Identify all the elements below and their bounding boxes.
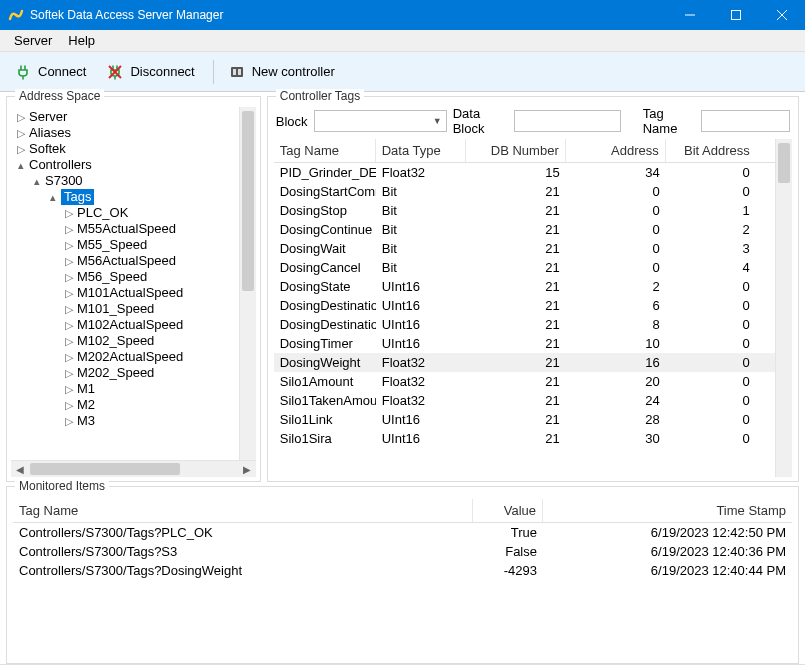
- cell: -4293: [473, 562, 543, 579]
- tree-node[interactable]: ▷M55ActualSpeed: [11, 221, 239, 237]
- collapsed-icon[interactable]: ▷: [63, 365, 75, 381]
- table-row[interactable]: DosingWeightFloat3221160: [274, 353, 775, 372]
- tree-label: M202ActualSpeed: [77, 349, 183, 365]
- table-row[interactable]: DosingDestinatioUInt162160: [274, 296, 775, 315]
- collapsed-icon[interactable]: ▷: [63, 397, 75, 413]
- table-row[interactable]: Controllers/S7300/Tags?PLC_OKTrue6/19/20…: [13, 523, 792, 542]
- collapsed-icon[interactable]: ▷: [63, 237, 75, 253]
- mcol-tagname[interactable]: Tag Name: [13, 499, 473, 522]
- cell: 24: [566, 392, 666, 409]
- filter-block-combo[interactable]: ▼: [314, 110, 447, 132]
- tree-node[interactable]: ▷PLC_OK: [11, 205, 239, 221]
- tree-label: Tags: [61, 189, 94, 205]
- tree-label: M56ActualSpeed: [77, 253, 176, 269]
- expanded-icon[interactable]: ▴: [15, 157, 27, 173]
- table-row[interactable]: Controllers/S7300/Tags?DosingWeight-4293…: [13, 561, 792, 580]
- tree-node[interactable]: ▷M56_Speed: [11, 269, 239, 285]
- filter-datablock-input[interactable]: [514, 110, 621, 132]
- collapsed-icon[interactable]: ▷: [63, 205, 75, 221]
- new-controller-button[interactable]: New controller: [220, 59, 343, 85]
- collapsed-icon[interactable]: ▷: [63, 333, 75, 349]
- table-row[interactable]: Silo1SiraUInt1621300: [274, 429, 775, 448]
- mcol-timestamp[interactable]: Time Stamp: [543, 499, 792, 522]
- table-row[interactable]: DosingStateUInt162120: [274, 277, 775, 296]
- tree-node[interactable]: ▷M1: [11, 381, 239, 397]
- tree-node[interactable]: ▷M55_Speed: [11, 237, 239, 253]
- tree-node[interactable]: ▷Softek: [11, 141, 239, 157]
- tree-node[interactable]: ▷M202_Speed: [11, 365, 239, 381]
- cell: 0: [666, 183, 756, 200]
- table-row[interactable]: DosingWaitBit2103: [274, 239, 775, 258]
- table-row[interactable]: Silo1TakenAmourFloat3221240: [274, 391, 775, 410]
- tree-node[interactable]: ▴Tags: [11, 189, 239, 205]
- collapsed-icon[interactable]: ▷: [63, 285, 75, 301]
- tree-node[interactable]: ▷Server: [11, 109, 239, 125]
- titlebar[interactable]: Softek Data Access Server Manager: [0, 0, 805, 30]
- collapsed-icon[interactable]: ▷: [63, 349, 75, 365]
- collapsed-icon[interactable]: ▷: [15, 109, 27, 125]
- col-tagname[interactable]: Tag Name: [274, 139, 376, 162]
- cell: Bit: [376, 259, 466, 276]
- tree-node[interactable]: ▷M102_Speed: [11, 333, 239, 349]
- cell: 21: [466, 202, 566, 219]
- tree-label: M3: [77, 413, 95, 429]
- scroll-right-icon[interactable]: ▶: [239, 464, 256, 475]
- filter-tagname-input[interactable]: [701, 110, 790, 132]
- expanded-icon[interactable]: ▴: [47, 189, 59, 205]
- disconnect-button[interactable]: Disconnect: [98, 59, 202, 85]
- tree-hscrollbar[interactable]: ◀ ▶: [11, 460, 256, 477]
- col-address[interactable]: Address: [566, 139, 666, 162]
- tags-vscrollbar[interactable]: [775, 139, 792, 477]
- tree-node[interactable]: ▷Aliases: [11, 125, 239, 141]
- tree-node[interactable]: ▷M3: [11, 413, 239, 429]
- table-row[interactable]: Controllers/S7300/Tags?S3False6/19/2023 …: [13, 542, 792, 561]
- tree-vscrollbar[interactable]: [239, 107, 256, 460]
- maximize-button[interactable]: [713, 0, 759, 30]
- table-row[interactable]: DosingStopBit2101: [274, 201, 775, 220]
- table-row[interactable]: DosingCancelBit2104: [274, 258, 775, 277]
- address-tree[interactable]: ▷Server▷Aliases▷Softek▴Controllers▴S7300…: [11, 107, 239, 460]
- tree-node[interactable]: ▴S7300: [11, 173, 239, 189]
- table-row[interactable]: DosingTimerUInt1621100: [274, 334, 775, 353]
- tree-node[interactable]: ▷M102ActualSpeed: [11, 317, 239, 333]
- collapsed-icon[interactable]: ▷: [63, 317, 75, 333]
- tags-table[interactable]: Tag Name Data Type DB Number Address Bit…: [274, 139, 775, 477]
- collapsed-icon[interactable]: ▷: [63, 253, 75, 269]
- tree-node[interactable]: ▷M56ActualSpeed: [11, 253, 239, 269]
- table-row[interactable]: DosingStartComrBit2100: [274, 182, 775, 201]
- tree-label: M56_Speed: [77, 269, 147, 285]
- monitored-table[interactable]: Tag Name Value Time Stamp Controllers/S7…: [13, 499, 792, 657]
- table-row[interactable]: DosingDestinatioUInt162180: [274, 315, 775, 334]
- connect-button[interactable]: Connect: [6, 59, 94, 85]
- collapsed-icon[interactable]: ▷: [63, 301, 75, 317]
- tree-node[interactable]: ▷M202ActualSpeed: [11, 349, 239, 365]
- tree-node[interactable]: ▷M101_Speed: [11, 301, 239, 317]
- collapsed-icon[interactable]: ▷: [63, 413, 75, 429]
- collapsed-icon[interactable]: ▷: [63, 221, 75, 237]
- tree-node[interactable]: ▷M2: [11, 397, 239, 413]
- scroll-left-icon[interactable]: ◀: [11, 464, 28, 475]
- hscroll-thumb[interactable]: [30, 463, 180, 475]
- minimize-button[interactable]: [667, 0, 713, 30]
- table-row[interactable]: PID_Grinder_DEAFloat3215340: [274, 163, 775, 182]
- mcol-value[interactable]: Value: [473, 499, 543, 522]
- svg-rect-8: [238, 69, 241, 75]
- collapsed-icon[interactable]: ▷: [63, 381, 75, 397]
- table-row[interactable]: Silo1AmountFloat3221200: [274, 372, 775, 391]
- menu-server[interactable]: Server: [6, 31, 60, 50]
- collapsed-icon[interactable]: ▷: [15, 125, 27, 141]
- col-bitaddress[interactable]: Bit Address: [666, 139, 756, 162]
- tree-node[interactable]: ▴Controllers: [11, 157, 239, 173]
- table-row[interactable]: DosingContinueBit2102: [274, 220, 775, 239]
- tree-label: M101_Speed: [77, 301, 154, 317]
- col-datatype[interactable]: Data Type: [376, 139, 466, 162]
- expanded-icon[interactable]: ▴: [31, 173, 43, 189]
- col-dbnumber[interactable]: DB Number: [466, 139, 566, 162]
- collapsed-icon[interactable]: ▷: [63, 269, 75, 285]
- close-button[interactable]: [759, 0, 805, 30]
- menu-help[interactable]: Help: [60, 31, 103, 50]
- tree-node[interactable]: ▷M101ActualSpeed: [11, 285, 239, 301]
- collapsed-icon[interactable]: ▷: [15, 141, 27, 157]
- table-row[interactable]: Silo1LinkUInt1621280: [274, 410, 775, 429]
- tree-label: M55ActualSpeed: [77, 221, 176, 237]
